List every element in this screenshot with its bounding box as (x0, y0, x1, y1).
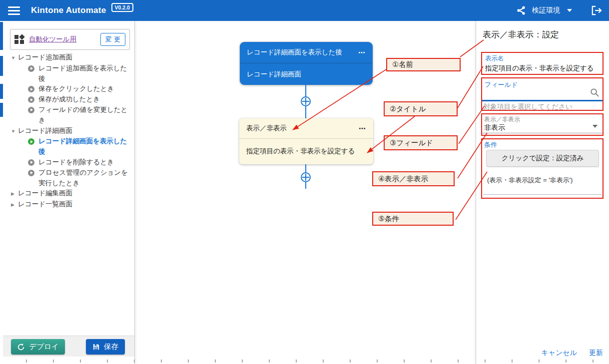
search-icon[interactable] (590, 88, 600, 99)
node-menu-icon[interactable]: ⋯ (359, 124, 366, 132)
play-circle-icon (28, 107, 34, 113)
dropdown-caret-icon[interactable] (593, 125, 598, 128)
field-search-input[interactable] (484, 88, 584, 98)
add-node-button[interactable] (301, 96, 311, 106)
display-name-field-highlight: 表示名 指定項目の表示・非表示を設定する (481, 52, 604, 75)
chevron-down-icon[interactable]: ▼ (11, 53, 18, 63)
tree-event-item-selected[interactable]: レコード詳細画面を表示した後 (3, 136, 135, 157)
version-badge: V0.2.0 (111, 3, 133, 12)
tree-group-label: レコード詳細画面 (18, 126, 78, 136)
top-app-bar: Kintone Automate V0.2.0 検証環境 (0, 0, 609, 21)
sidebar-footer: デプロイ 保存 (3, 336, 134, 357)
field-helper-text: 対象項目を選択してください (484, 102, 573, 111)
condition-section-highlight: 条件 クリックで設定：設定済み (表示・非表示設定 = '非表示') (481, 138, 604, 199)
annotation-label: ②タイトル (390, 104, 426, 114)
deploy-button[interactable]: デプロイ (11, 339, 65, 355)
sidebar: 自動化ツール用 変更 ▼ レコード追加画面 レコード追加画面を表示した後 保存を… (3, 21, 135, 364)
tree-group-label: レコード編集画面 (18, 188, 78, 199)
tree-group-label: レコード追加画面 (18, 52, 78, 63)
tree-event-label: プロセス管理のアクションを実行したとき (38, 168, 135, 189)
tree-event-item[interactable]: フィールドの値を変更したとき (3, 105, 135, 126)
tree-event-label: レコードを削除するとき (38, 157, 120, 168)
panel-footer: キャンセル 更新 (541, 349, 603, 358)
floppy-disk-icon (92, 343, 100, 351)
play-circle-icon (28, 170, 34, 176)
app-grid-icon (14, 34, 24, 44)
flow-node-trigger[interactable]: レコード詳細画面を表示した後 ⋯ レコード詳細画面 (240, 42, 373, 85)
annotation-label: ③フィールド (390, 138, 433, 148)
input-underline (482, 133, 603, 133)
annotation-title: ②タイトル (384, 101, 458, 116)
tree-event-item[interactable]: 保存をクリックしたとき (3, 84, 135, 94)
play-circle-icon (28, 86, 34, 92)
app-title: Kintone Automate (31, 5, 106, 15)
tree-event-label: フィールドの値を変更したとき (38, 105, 135, 126)
tree-event-item[interactable]: レコードを削除するとき (3, 157, 135, 168)
annotation-label: ⑤条件 (378, 214, 399, 224)
save-button-label: 保存 (104, 342, 118, 352)
focused-input-underline (482, 100, 603, 101)
visibility-select-highlight: 表示／非表示 非表示 (481, 113, 604, 136)
condition-label: 条件 (484, 140, 497, 149)
action-node-subtitle: 指定項目の表示・非表示を設定する (246, 147, 355, 156)
annotation-label: ①名前 (392, 60, 413, 69)
condition-expression: (表示・非表示設定 = '非表示') (487, 176, 573, 185)
node-menu-icon[interactable]: ⋯ (358, 48, 366, 56)
sync-icon (17, 343, 25, 351)
flow-node-action[interactable]: 表示／非表示 ⋯ 指定項目の表示・非表示を設定する (239, 118, 373, 164)
tree-group-record-edit[interactable]: ▶ レコード編集画面 (3, 188, 135, 199)
play-circle-icon (28, 96, 34, 103)
chevron-right-icon[interactable]: ▶ (11, 200, 18, 210)
event-tree: ▼ レコード追加画面 レコード追加画面を表示した後 保存をクリックしたとき 保存… (3, 52, 135, 210)
field-selector-highlight: フィールド 対象項目を選択してください (481, 77, 604, 111)
trigger-node-subtitle: レコード詳細画面 (247, 70, 301, 79)
play-circle-icon (28, 138, 34, 145)
tree-event-label: レコード追加画面を表示した後 (38, 63, 135, 84)
flow-canvas[interactable]: レコード詳細画面を表示した後 ⋯ レコード詳細画面 表示／非表示 ⋯ 指定項目の… (135, 21, 476, 364)
panel-title: 表示／非表示：設定 (483, 29, 559, 40)
tree-group-record-add[interactable]: ▼ レコード追加画面 (3, 52, 135, 63)
update-button[interactable]: 更新 (589, 349, 603, 358)
section-underline (483, 194, 602, 195)
tree-group-record-list[interactable]: ▶ レコード一覧画面 (3, 199, 135, 210)
play-circle-icon (28, 159, 34, 166)
app-selector-box: 自動化ツール用 変更 (10, 29, 130, 50)
display-name-label: 表示名 (485, 54, 600, 63)
play-circle-icon (28, 65, 34, 72)
deploy-button-label: デプロイ (29, 342, 58, 352)
logout-icon[interactable] (591, 5, 602, 15)
condition-set-button[interactable]: クリックで設定：設定済み (486, 150, 599, 167)
annotation-visibility: ④表示／非表示 (372, 171, 455, 186)
trigger-node-title: レコード詳細画面を表示した後 (247, 48, 342, 57)
annotation-condition: ⑤条件 (372, 212, 454, 226)
share-icon[interactable] (516, 5, 526, 15)
left-edge-strip (0, 21, 3, 364)
tree-event-label: 保存が成功したとき (38, 94, 106, 105)
chevron-down-icon[interactable]: ▼ (11, 126, 18, 137)
visibility-selected-value[interactable]: 非表示 (484, 123, 505, 132)
change-app-button[interactable]: 変更 (100, 33, 125, 46)
add-node-button[interactable] (301, 172, 311, 182)
environment-selector-label[interactable]: 検証環境 (532, 6, 560, 15)
display-name-value[interactable]: 指定項目の表示・非表示を設定する (485, 64, 600, 73)
settings-panel: 表示／非表示：設定 表示名 指定項目の表示・非表示を設定する フィールド 対象項… (476, 21, 609, 364)
chevron-down-icon[interactable] (567, 9, 572, 12)
cancel-button[interactable]: キャンセル (541, 349, 577, 358)
annotation-label: ④表示／非表示 (378, 174, 428, 184)
tree-event-item[interactable]: レコード追加画面を表示した後 (3, 63, 135, 84)
annotation-field: ③フィールド (384, 135, 458, 150)
tree-event-label: 保存をクリックしたとき (38, 84, 120, 94)
annotation-name: ①名前 (386, 58, 461, 71)
hamburger-menu-icon[interactable] (8, 6, 20, 15)
action-node-title: 表示／非表示 (246, 124, 287, 133)
tree-event-item[interactable]: プロセス管理のアクションを実行したとき (3, 168, 135, 189)
save-button[interactable]: 保存 (86, 339, 125, 355)
chevron-right-icon[interactable]: ▶ (11, 189, 18, 199)
visibility-label: 表示／非表示 (484, 115, 520, 124)
tree-event-item[interactable]: 保存が成功したとき (3, 94, 135, 105)
tree-group-label: レコード一覧画面 (18, 199, 78, 210)
tree-event-label: レコード詳細画面を表示した後 (38, 136, 135, 157)
tree-group-record-detail[interactable]: ▼ レコード詳細画面 (3, 126, 135, 137)
kintone-automate-window: Kintone Automate V0.2.0 検証環境 自動化ツール用 変更 (0, 0, 609, 364)
app-name-link[interactable]: 自動化ツール用 (29, 35, 76, 44)
